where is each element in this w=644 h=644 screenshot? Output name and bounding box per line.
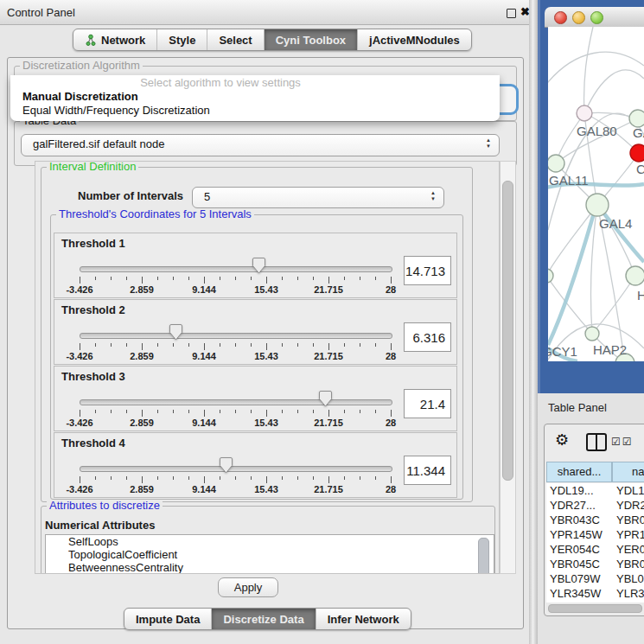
- network-node[interactable]: [548, 155, 564, 172]
- table-horizontal-scrollbar[interactable]: [548, 604, 642, 613]
- cell-name[interactable]: YPR1: [616, 528, 644, 541]
- threshold-slider[interactable]: [80, 399, 392, 405]
- float-window-icon[interactable]: [507, 9, 516, 18]
- tab-impute-data[interactable]: Impute Data: [124, 609, 212, 629]
- cell-shared-name[interactable]: YBR043C: [546, 513, 616, 527]
- network-node[interactable]: [586, 194, 609, 216]
- cell-name[interactable]: YBR0: [616, 558, 644, 571]
- column-header-name[interactable]: na: [612, 462, 644, 482]
- table-row[interactable]: YBR043CYBR0: [546, 513, 644, 527]
- tick-label: 15.43: [240, 418, 292, 428]
- threshold-value-field[interactable]: 6.316: [404, 322, 451, 352]
- cell-name[interactable]: YBR0: [616, 513, 644, 526]
- node-label: GAL11: [549, 173, 589, 188]
- tick-mark: [220, 343, 220, 347]
- tick-mark: [173, 476, 174, 480]
- node-label: GCY1: [548, 344, 577, 359]
- threshold-value-field[interactable]: 11.344: [404, 456, 451, 485]
- tab-infer-network[interactable]: Infer Network: [316, 609, 411, 629]
- minimize-traffic-light-icon[interactable]: [572, 11, 585, 24]
- tick-label: 21.715: [303, 351, 354, 361]
- tab-jactivemnodules[interactable]: jActiveMNodules: [358, 29, 471, 50]
- apply-button[interactable]: Apply: [218, 577, 278, 597]
- tick-mark: [188, 410, 189, 413]
- slider-thumb-icon[interactable]: [252, 258, 265, 274]
- table-row[interactable]: YLR345WYLR3: [546, 586, 644, 601]
- threshold-value-field[interactable]: 21.4: [404, 389, 451, 418]
- popup-item-equal-width[interactable]: Equal Width/Frequency Discretization: [22, 104, 210, 117]
- cell-name[interactable]: YER0: [616, 543, 644, 556]
- cell-shared-name[interactable]: YBL079W: [546, 571, 616, 586]
- algorithm-dropdown-popup: Select algorithm to view settings Manual…: [10, 75, 500, 121]
- tick-mark: [266, 476, 267, 483]
- table-row[interactable]: YIL052CYIL0: [546, 601, 644, 603]
- cell-shared-name[interactable]: YER054C: [546, 542, 616, 557]
- list-item[interactable]: BetweennessCentrality: [46, 561, 494, 574]
- zoom-traffic-light-icon[interactable]: [590, 11, 603, 24]
- tick-mark: [126, 277, 127, 280]
- cell-shared-name[interactable]: YDR27...: [546, 498, 616, 513]
- cell-shared-name[interactable]: YIL052C: [546, 601, 616, 603]
- slider-thumb-icon[interactable]: [319, 391, 332, 407]
- cell-name[interactable]: YIL0: [616, 602, 640, 603]
- spinner-arrows-icon[interactable]: ▲▼: [430, 190, 436, 202]
- threshold-value-field[interactable]: 14.713: [404, 256, 451, 285]
- column-header-shared-name[interactable]: shared...: [546, 462, 612, 482]
- table-row[interactable]: YER054CYER0: [546, 542, 644, 557]
- slider-thumb-icon[interactable]: [220, 457, 233, 474]
- network-view-canvas[interactable]: GAL80 GA C GAL11 GAL4 GCY1 H HAP2: [548, 27, 644, 361]
- network-node[interactable]: [626, 266, 644, 285]
- network-window-titlebar[interactable]: [545, 7, 644, 28]
- tab-select[interactable]: Select: [207, 29, 264, 50]
- list-scrollbar[interactable]: [478, 538, 489, 574]
- threshold-slider[interactable]: [80, 466, 392, 472]
- tab-cyni-toolbox[interactable]: Cyni Toolbox: [265, 29, 358, 50]
- close-traffic-light-icon[interactable]: [554, 11, 567, 24]
- list-item[interactable]: SelfLoops: [46, 535, 494, 548]
- settings-scrollbar-thumb[interactable]: [502, 181, 513, 481]
- tick-label: 28: [365, 484, 417, 494]
- tab-network[interactable]: Network: [73, 29, 157, 50]
- table-row[interactable]: YDL19...YDL1: [546, 483, 644, 498]
- cell-name[interactable]: YDR2: [616, 499, 644, 512]
- tab-discretize-data[interactable]: Discretize Data: [212, 609, 316, 629]
- network-node[interactable]: [585, 327, 599, 341]
- gear-icon[interactable]: ⚙: [555, 430, 569, 450]
- network-node[interactable]: [577, 105, 592, 121]
- split-columns-icon[interactable]: [586, 433, 607, 451]
- network-node-selected[interactable]: [630, 144, 644, 162]
- cell-name[interactable]: YDL1: [616, 484, 644, 497]
- tick-mark: [266, 343, 267, 350]
- spinner-arrows-icon[interactable]: ▲▼: [486, 137, 491, 150]
- table-data-combobox[interactable]: galFiltered.sif default node ▲▼: [21, 134, 500, 156]
- table-row[interactable]: YDR27...YDR2: [546, 498, 644, 513]
- node-label: H: [637, 288, 644, 303]
- cell-name[interactable]: YLR3: [616, 587, 644, 600]
- settings-scrollbar-track[interactable]: [500, 161, 516, 574]
- threshold-slider[interactable]: [80, 333, 392, 339]
- threshold-slider[interactable]: [80, 266, 392, 272]
- cell-shared-name[interactable]: YDL19...: [546, 483, 616, 498]
- table-row[interactable]: YBR045CYBR0: [546, 557, 644, 571]
- list-item[interactable]: TopologicalCoefficient: [46, 548, 494, 561]
- number-of-intervals-combobox[interactable]: 5 ▲▼: [192, 187, 444, 208]
- select-columns-icon[interactable]: ☑☑: [611, 436, 634, 448]
- table-row[interactable]: YBL079WYBL0: [546, 571, 644, 586]
- table-row[interactable]: YPR145WYPR1: [546, 527, 644, 542]
- tick-mark: [173, 277, 174, 280]
- tab-style[interactable]: Style: [157, 29, 207, 50]
- node-label: GA: [633, 125, 644, 140]
- tick-mark: [173, 410, 174, 413]
- panel-splitter[interactable]: [529, 0, 538, 644]
- popup-item-manual-discretization[interactable]: Manual Discretization: [22, 90, 138, 103]
- slider-thumb-icon[interactable]: [169, 324, 182, 341]
- cell-shared-name[interactable]: YPR145W: [546, 527, 616, 542]
- tick-mark: [344, 476, 345, 480]
- network-node[interactable]: [629, 110, 644, 127]
- cell-shared-name[interactable]: YBR045C: [546, 557, 616, 571]
- threshold-3-panel: Threshold 3 21.4 -3.4262.8599.14415.4321…: [54, 366, 457, 431]
- cell-shared-name[interactable]: YLR345W: [546, 586, 616, 601]
- network-node[interactable]: [548, 269, 553, 283]
- cell-name[interactable]: YBL0: [616, 572, 644, 585]
- tick-mark: [251, 343, 252, 347]
